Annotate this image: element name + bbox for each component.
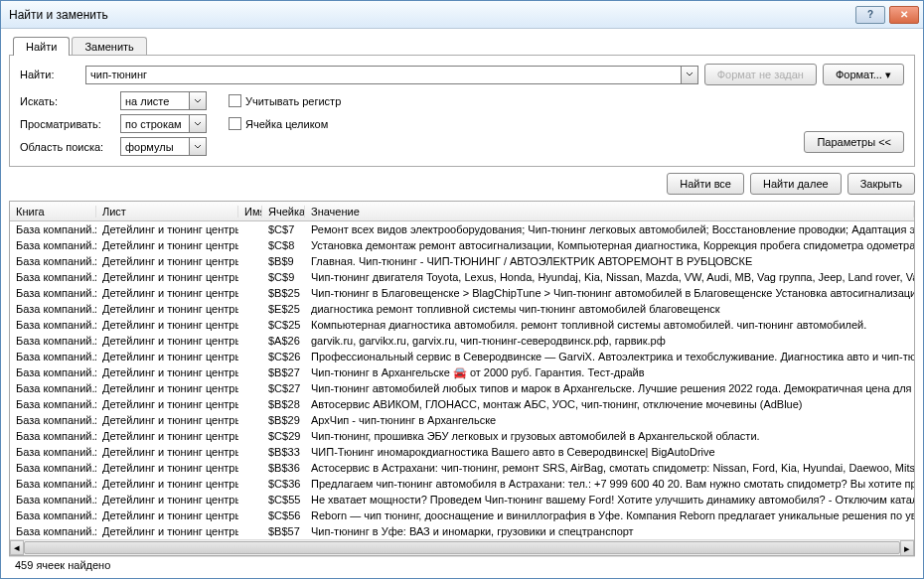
table-row[interactable]: База компаний.xlsxДетейлинг и тюнинг цен… (10, 364, 914, 380)
chevron-down-icon[interactable] (190, 114, 207, 133)
table-row[interactable]: База компаний.xlsxДетейлинг и тюнинг цен… (10, 396, 914, 412)
cell-sheet: Детейлинг и тюнинг центры (96, 351, 238, 362)
table-row[interactable]: База компаний.xlsxДетейлинг и тюнинг цен… (10, 523, 914, 539)
titlebar: Найти и заменить ? ✕ (1, 1, 923, 29)
cell-value: Ремонт всех видов электрооборудования; Ч… (305, 223, 914, 235)
cell-value: АрхЧип - чип-тюнинг в Архангельске (305, 414, 914, 426)
cell-ref: $B$25 (262, 287, 305, 299)
cell-ref: $C$25 (262, 319, 305, 331)
area-combo[interactable] (120, 137, 207, 156)
table-row[interactable]: База компаний.xlsxДетейлинг и тюнинг цен… (10, 301, 914, 317)
table-row[interactable]: База компаний.xlsxДетейлинг и тюнинг цен… (10, 333, 914, 349)
find-next-button[interactable]: Найти далее (750, 173, 842, 195)
scan-combo[interactable] (120, 114, 207, 133)
cell-ref: $C$9 (262, 271, 305, 283)
chevron-down-icon[interactable] (190, 137, 207, 156)
cell-book: База компаний.xlsx (10, 287, 96, 299)
scroll-left-arrow[interactable]: ◂ (10, 540, 24, 555)
cell-sheet: Детейлинг и тюнинг центры (96, 414, 238, 426)
cell-ref: $E$25 (262, 303, 305, 315)
match-case-checkbox[interactable] (229, 94, 241, 107)
col-cell[interactable]: Ячейка (262, 206, 305, 217)
table-row[interactable]: База компаний.xlsxДетейлинг и тюнинг цен… (10, 349, 914, 364)
col-book[interactable]: Книга (10, 206, 96, 217)
cell-ref: $B$29 (262, 414, 305, 426)
table-row[interactable]: База компаний.xlsxДетейлинг и тюнинг цен… (10, 428, 914, 444)
match-case-row[interactable]: Учитывать регистр (229, 94, 341, 107)
cell-ref: $C$7 (262, 223, 305, 235)
table-row[interactable]: База компаний.xlsxДетейлинг и тюнинг цен… (10, 221, 914, 237)
match-case-label: Учитывать регистр (245, 95, 341, 107)
area-value[interactable] (120, 137, 190, 156)
cell-ref: $C$8 (262, 239, 305, 251)
table-row[interactable]: База компаний.xlsxДетейлинг и тюнинг цен… (10, 412, 914, 428)
table-row[interactable]: База компаний.xlsxДетейлинг и тюнинг цен… (10, 285, 914, 301)
table-row[interactable]: База компаний.xlsxДетейлинг и тюнинг цен… (10, 444, 914, 460)
help-button[interactable]: ? (855, 6, 885, 24)
table-row[interactable]: База компаний.xlsxДетейлинг и тюнинг цен… (10, 317, 914, 333)
format-button[interactable]: Формат... ▾ (823, 64, 904, 85)
col-value[interactable]: Значение (305, 206, 914, 217)
find-all-button[interactable]: Найти все (667, 173, 744, 195)
cell-value: Чип-тюнинг автомобилей любых типов и мар… (305, 382, 914, 394)
cell-sheet: Детейлинг и тюнинг центры (96, 287, 238, 299)
find-combo[interactable] (85, 66, 698, 84)
tab-replace[interactable]: Заменить (72, 37, 146, 56)
table-row[interactable]: База компаний.xlsxДетейлинг и тюнинг цен… (10, 237, 914, 253)
table-row[interactable]: База компаний.xlsxДетейлинг и тюнинг цен… (10, 269, 914, 285)
table-row[interactable]: База компаний.xlsxДетейлинг и тюнинг цен… (10, 380, 914, 396)
area-label: Область поиска: (20, 141, 114, 153)
col-name[interactable]: Имя (238, 206, 262, 217)
scan-value[interactable] (120, 114, 190, 133)
cell-book: База компаний.xlsx (10, 303, 96, 315)
tab-strip: Найти Заменить (9, 37, 915, 56)
cell-sheet: Детейлинг и тюнинг центры (96, 462, 238, 474)
cell-ref: $B$36 (262, 462, 305, 474)
options-button[interactable]: Параметры << (804, 131, 904, 153)
window-title: Найти и заменить (9, 8, 855, 22)
scroll-thumb[interactable] (24, 541, 900, 554)
scan-label: Просматривать: (20, 118, 114, 130)
cell-book: База компаний.xlsx (10, 462, 96, 474)
table-row[interactable]: База компаний.xlsxДетейлинг и тюнинг цен… (10, 253, 914, 269)
look-in-combo[interactable] (120, 91, 207, 110)
table-row[interactable]: База компаний.xlsxДетейлинг и тюнинг цен… (10, 507, 914, 523)
cell-sheet: Детейлинг и тюнинг центры (96, 509, 238, 521)
find-input[interactable] (85, 66, 682, 84)
cell-book: База компаний.xlsx (10, 430, 96, 442)
table-row[interactable]: База компаний.xlsxДетейлинг и тюнинг цен… (10, 492, 914, 507)
col-sheet[interactable]: Лист (96, 206, 238, 217)
tab-find[interactable]: Найти (13, 37, 70, 56)
horizontal-scrollbar[interactable]: ◂ ▸ (10, 539, 914, 555)
action-row: Найти все Найти далее Закрыть (9, 167, 915, 201)
close-button[interactable]: Закрыть (847, 173, 915, 195)
cell-book: База компаний.xlsx (10, 335, 96, 347)
table-row[interactable]: База компаний.xlsxДетейлинг и тюнинг цен… (10, 460, 914, 476)
cell-book: База компаний.xlsx (10, 414, 96, 426)
find-dropdown-icon[interactable] (682, 66, 698, 84)
whole-cell-row[interactable]: Ячейка целиком (229, 117, 328, 130)
cell-book: База компаний.xlsx (10, 382, 96, 394)
cell-ref: $B$57 (262, 525, 305, 537)
scroll-right-arrow[interactable]: ▸ (900, 540, 914, 556)
cell-ref: $A$26 (262, 335, 305, 347)
whole-cell-checkbox[interactable] (229, 117, 241, 130)
cell-ref: $C$27 (262, 382, 305, 394)
table-row[interactable]: База компаний.xlsxДетейлинг и тюнинг цен… (10, 476, 914, 492)
cell-book: База компаний.xlsx (10, 509, 96, 521)
cell-value: Астосервис в Астрахани: чип-тюнинг, ремо… (305, 462, 914, 474)
cell-book: База компаний.xlsx (10, 239, 96, 251)
grid-body[interactable]: База компаний.xlsxДетейлинг и тюнинг цен… (10, 221, 914, 539)
cell-sheet: Детейлинг и тюнинг центры (96, 255, 238, 267)
cell-sheet: Детейлинг и тюнинг центры (96, 303, 238, 315)
look-in-value[interactable] (120, 91, 190, 110)
cell-value: Главная. Чип-тюнинг - ЧИП-ТЮНИНГ / АВТОЭ… (305, 255, 914, 267)
close-window-button[interactable]: ✕ (889, 6, 919, 24)
client-area: Найти Заменить Найти: Формат не задан Фо… (1, 29, 923, 578)
cell-ref: $B$33 (262, 446, 305, 458)
cell-sheet: Детейлинг и тюнинг центры (96, 430, 238, 442)
cell-ref: $C$56 (262, 509, 305, 521)
chevron-down-icon[interactable] (190, 91, 207, 110)
cell-ref: $B$28 (262, 398, 305, 410)
cell-value: Чип-тюнинг, прошивка ЭБУ легковых и груз… (305, 430, 914, 442)
